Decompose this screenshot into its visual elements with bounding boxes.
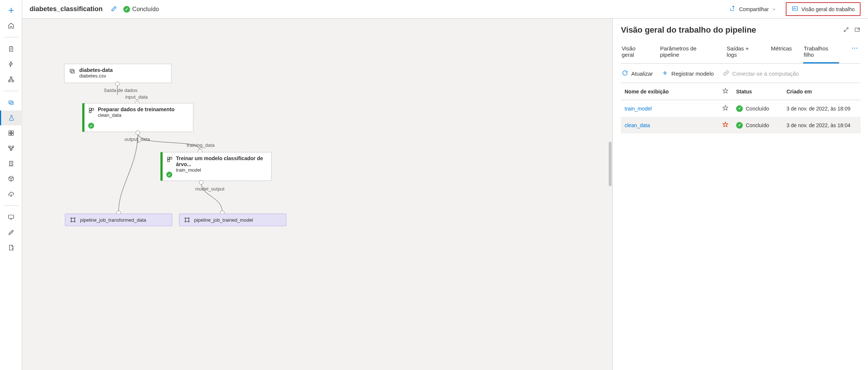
tab-overview[interactable]: Visão geral [621,42,649,63]
sidebar-environments[interactable] [3,156,19,171]
svg-rect-12 [10,149,12,151]
note-icon [8,244,14,251]
sidebar-designer[interactable] [3,72,19,87]
check-circle-icon: ✓ [736,105,743,112]
svg-rect-17 [71,70,74,73]
sidebar-plus[interactable] [3,3,19,18]
child-job-link[interactable]: train_model [625,106,720,112]
port[interactable] [115,82,120,86]
edit-title-button[interactable] [111,5,117,13]
output-icon [184,217,190,223]
sidebar-endpoints[interactable] [3,186,19,201]
status-text: Concluído [746,106,769,112]
svg-point-29 [188,218,189,219]
job-overview-button[interactable]: Visão geral do trabalho [786,2,861,16]
share-button[interactable]: Compartilhar [726,3,780,15]
svg-rect-8 [9,133,11,135]
data-node[interactable]: diabetes-data diabetes.csv [64,64,172,83]
col-name: Nome de exibição [625,89,720,95]
sidebar-data[interactable] [3,95,19,110]
popout-button[interactable] [854,26,861,34]
lightning-icon [8,61,14,67]
svg-rect-21 [167,157,169,159]
output-icon [70,217,76,223]
star-toggle[interactable] [722,105,734,112]
expand-button[interactable] [843,26,849,34]
svg-rect-23 [167,160,169,162]
svg-point-31 [188,221,189,222]
pipeline-icon [8,145,14,152]
pencil-icon [111,5,117,12]
svg-rect-16 [70,69,73,72]
refresh-button[interactable]: Atualizar [622,70,653,77]
port[interactable] [199,180,203,185]
pipeline-canvas[interactable]: diabetes-data diabetes.csv Saída de dado… [22,19,612,370]
register-model-button[interactable]: Registrar modelo [662,70,714,77]
status-cell: ✓ Concluído [736,105,784,112]
output-node-transformed[interactable]: pipeline_job_transformed_data [65,214,172,226]
status-cell: ✓ Concluído [736,122,784,129]
refresh-label: Atualizar [631,70,653,77]
tab-overflow[interactable]: ··· [849,42,861,63]
star-toggle[interactable] [722,121,734,129]
tab-child-jobs[interactable]: Trabalhos filho [803,42,839,63]
created-cell: 3 de nov. de 2022, às 18:04 [786,122,857,128]
sidebar-components[interactable] [3,126,19,141]
overview-icon [792,5,798,12]
share-label: Compartilhar [739,6,769,12]
sidebar-pipelines[interactable] [3,141,19,156]
svg-rect-11 [12,146,14,148]
sidebar-linked[interactable] [3,225,19,240]
sidebar-separator [4,205,19,206]
port-label: model_output [195,186,225,192]
component-icon [88,107,95,114]
port[interactable] [136,131,140,135]
sidebar-clipboard[interactable] [3,42,19,56]
sidebar-notes[interactable] [3,240,19,255]
svg-rect-2 [9,80,10,82]
svg-point-27 [74,221,75,222]
sidebar-separator [4,91,19,91]
tab-parameters[interactable]: Parâmetros de pipeline [659,42,716,63]
table-row[interactable]: train_model ✓ Concluído 3 de nov. de 202… [621,100,861,117]
cube-icon [8,175,14,182]
topbar: diabetes_classification ✓ Concluído Comp… [22,0,868,19]
refresh-icon [622,70,628,76]
sidebar-models[interactable] [3,171,19,186]
col-star [722,87,734,95]
svg-rect-1 [10,77,12,78]
col-created: Criado em [786,89,857,95]
check-circle-icon: ✓ [166,172,172,178]
tab-outputs-logs[interactable]: Saídas + logs [726,42,759,63]
sidebar-automl[interactable] [3,57,19,72]
step-node-train-model[interactable]: Treinar um modelo classificador de árvo.… [160,152,272,181]
table-header: Nome de exibição Status Criado em [621,83,861,100]
star-outline-icon [722,105,729,111]
svg-point-24 [71,218,72,219]
tab-metrics[interactable]: Métricas [770,42,793,63]
col-status: Status [736,89,784,95]
data-node-subtitle: diabetes.csv [79,73,167,79]
sidebar-compute[interactable] [3,210,19,225]
step1-subtitle: clean_data [98,112,189,118]
overview-panel: Visão geral do trabalho do pipeline Visã… [612,19,868,370]
monitor-icon [8,214,14,221]
step-node-clean-data[interactable]: Preparar dados de treinamento clean_data… [82,103,193,132]
svg-rect-19 [92,108,94,110]
port-label: input_data [125,94,148,100]
sidebar-jobs[interactable] [0,110,22,125]
clipboard-icon [8,46,14,52]
output-node-trained[interactable]: pipeline_job_trained_model [179,214,286,226]
connect-label: Conectar-se à computação [732,70,799,77]
layers-icon [8,99,14,106]
scrollbar[interactable] [609,142,612,186]
component-icon [166,156,173,163]
data-node-title: diabetes-data [79,67,167,73]
sidebar-home[interactable] [3,18,19,33]
table-row[interactable]: clean_data ✓ Concluído 3 de nov. de 2022… [621,117,861,133]
sidebar-separator [4,37,19,37]
register-label: Registrar modelo [671,70,714,77]
star-icon [722,87,729,94]
child-job-link[interactable]: clean_data [625,122,720,128]
svg-rect-6 [9,131,11,133]
